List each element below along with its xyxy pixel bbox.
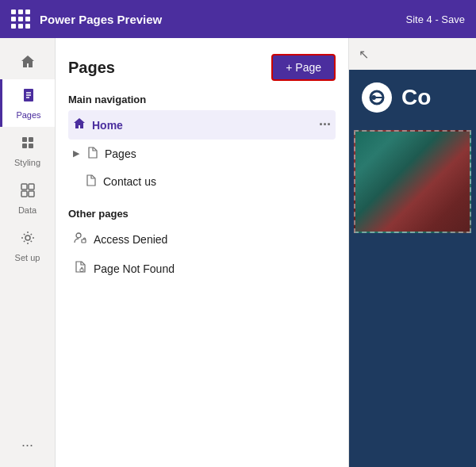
svg-rect-11 <box>29 191 34 197</box>
home-page-item[interactable]: Home ··· <box>68 110 336 140</box>
preview-content: Co <box>349 70 476 467</box>
pages-chevron-icon: ▶ <box>73 148 79 159</box>
page-not-found-icon <box>73 260 87 277</box>
home-more-button[interactable]: ··· <box>319 117 331 133</box>
pages-page-label: Pages <box>105 147 331 160</box>
home-page-icon <box>73 117 86 132</box>
home-page-label: Home <box>92 119 313 132</box>
svg-rect-6 <box>22 144 27 148</box>
page-not-found-item[interactable]: Page Not Found <box>68 254 336 283</box>
access-denied-icon <box>73 231 87 247</box>
pages-page-icon <box>86 146 98 161</box>
svg-rect-7 <box>29 144 33 148</box>
home-icon <box>20 54 36 70</box>
main-navigation-label: Main navigation <box>68 94 336 105</box>
pages-nav-icon <box>21 87 36 107</box>
preview-toolbar: ↖ <box>349 38 476 70</box>
nav-styling-item[interactable]: Styling <box>0 127 55 174</box>
left-nav: Pages Styling <box>0 38 56 467</box>
apps-grid-icon[interactable] <box>11 10 30 29</box>
home-nav-button[interactable] <box>0 44 55 79</box>
styling-nav-label: Styling <box>14 158 40 167</box>
app-title: Power Pages Preview <box>40 13 162 26</box>
nav-data-item[interactable]: Data <box>0 174 55 222</box>
nav-pages-item[interactable]: Pages <box>0 79 55 127</box>
pages-nav-label: Pages <box>16 110 40 120</box>
svg-point-12 <box>25 235 30 240</box>
pages-panel: Pages + Page Main navigation Home ··· <box>56 38 349 467</box>
page-not-found-label: Page Not Found <box>94 262 331 275</box>
styling-nav-icon <box>20 135 36 155</box>
svg-rect-15 <box>80 269 83 272</box>
other-pages-section: Other pages Access Denied <box>68 208 336 283</box>
svg-rect-4 <box>22 137 27 142</box>
main-navigation-section: Main navigation Home ··· ▶ <box>68 94 336 195</box>
contact-page-item[interactable]: Contact us <box>68 167 336 195</box>
resize-icon: ↖ <box>359 47 369 62</box>
topbar: Power Pages Preview Site 4 - Save <box>0 0 476 38</box>
preview-area: ↖ Co <box>349 38 476 467</box>
setup-nav-label: Set up <box>15 253 40 262</box>
preview-logo-icon <box>366 86 388 109</box>
access-denied-item[interactable]: Access Denied <box>68 224 336 254</box>
preview-co-label: Co <box>401 85 431 110</box>
svg-rect-9 <box>29 184 34 189</box>
preview-image-placeholder <box>354 130 471 233</box>
access-denied-label: Access Denied <box>94 233 331 246</box>
pages-header: Pages + Page <box>68 54 336 81</box>
setup-nav-icon <box>20 230 36 250</box>
pages-panel-title: Pages <box>68 59 115 77</box>
preview-header-bar: Co <box>349 70 476 125</box>
other-pages-list: Access Denied Page Not Found <box>68 224 336 283</box>
add-page-button[interactable]: + Page <box>271 54 336 81</box>
preview-logo <box>362 82 392 113</box>
more-nav-button[interactable]: ... <box>0 424 55 459</box>
site-info: Site 4 - Save <box>406 13 465 25</box>
svg-rect-10 <box>21 191 27 197</box>
data-nav-icon <box>20 182 36 202</box>
data-nav-label: Data <box>18 205 36 215</box>
pages-sub-item[interactable]: ▶ Pages <box>68 140 336 167</box>
svg-point-13 <box>76 233 81 238</box>
contact-page-icon <box>84 174 97 189</box>
svg-rect-8 <box>21 184 27 189</box>
svg-rect-5 <box>29 137 33 142</box>
contact-page-label: Contact us <box>103 175 331 188</box>
other-pages-label: Other pages <box>68 208 336 220</box>
main-layout: Pages Styling <box>0 38 476 467</box>
main-navigation-list: Home ··· ▶ Pages <box>68 110 336 195</box>
svg-rect-14 <box>82 239 86 243</box>
nav-setup-item[interactable]: Set up <box>0 222 55 270</box>
svg-point-18 <box>371 95 376 100</box>
